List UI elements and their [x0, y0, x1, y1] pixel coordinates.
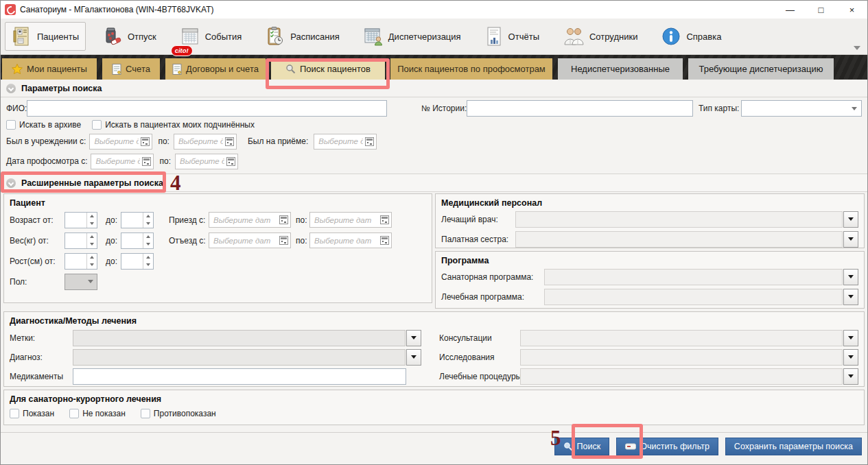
- toolbar-help[interactable]: Справка: [654, 22, 728, 51]
- doctor-dropdown-button[interactable]: [843, 211, 858, 228]
- height-to-label: до:: [106, 257, 121, 266]
- sanatorium-program-field[interactable]: [544, 269, 843, 285]
- weight-to-spinner[interactable]: [121, 232, 154, 249]
- not-indicated-checkbox[interactable]: [69, 409, 79, 418]
- reception-label: Был на приёме:: [248, 136, 308, 146]
- spinner-down-button[interactable]: [87, 220, 97, 228]
- advanced-params-title: Расширенные параметры поиска: [21, 178, 163, 188]
- toolbar-schedules[interactable]: Расписания: [258, 22, 346, 51]
- search-button[interactable]: Поиск: [554, 438, 610, 455]
- toolbar-staff[interactable]: Сотрудники: [556, 22, 644, 51]
- weight-from-spinner[interactable]: [64, 232, 97, 249]
- close-button[interactable]: ×: [836, 1, 867, 19]
- gender-label: Пол:: [10, 277, 64, 287]
- contraindicated-checkbox[interactable]: [141, 409, 150, 418]
- arrival-to-date[interactable]: Выберите дат: [309, 212, 392, 228]
- medications-input[interactable]: [73, 368, 406, 385]
- minimize-button[interactable]: —: [775, 1, 806, 19]
- chevron-down-icon: [852, 107, 857, 110]
- spinner-down-button[interactable]: [87, 241, 97, 248]
- procedures-field[interactable]: [520, 368, 843, 385]
- diagnosis-dropdown-button[interactable]: [406, 349, 421, 366]
- nurse-dropdown-button[interactable]: [843, 231, 858, 248]
- chevron-down-icon: [411, 355, 417, 359]
- consultations-field[interactable]: [520, 330, 843, 346]
- research-field[interactable]: [520, 349, 843, 366]
- toolbar-vacation[interactable]: Отпуск: [95, 22, 163, 51]
- clipboard-clock-icon: [265, 26, 285, 47]
- collapse-icon[interactable]: [6, 178, 16, 188]
- profexam-to-label: по:: [159, 156, 171, 166]
- sanatorium-program-label: Санаторная программа:: [441, 272, 544, 282]
- sanatorium-program-dropdown-button[interactable]: [843, 269, 858, 285]
- save-search-params-button[interactable]: Сохранить параметры поиска: [725, 438, 862, 455]
- maximize-button[interactable]: □: [806, 1, 836, 19]
- gender-select[interactable]: [64, 274, 97, 290]
- age-to-spinner[interactable]: [121, 212, 154, 228]
- height-to-spinner[interactable]: [121, 253, 154, 270]
- pills-icon: [102, 26, 123, 47]
- tab-undispatched[interactable]: Недиспетчеризованные: [558, 58, 683, 80]
- fio-input[interactable]: [27, 100, 387, 117]
- tab-contracts-invoices[interactable]: Договоры и счета: [165, 58, 266, 80]
- doctor-field[interactable]: [515, 211, 843, 228]
- age-from-spinner[interactable]: [64, 212, 97, 228]
- spinner-down-button[interactable]: [87, 261, 97, 269]
- spinner-up-button[interactable]: [143, 254, 153, 261]
- diagnosis-field[interactable]: [73, 349, 406, 366]
- tab-my-patients[interactable]: Мои пациенты: [2, 58, 97, 80]
- history-input[interactable]: [467, 100, 693, 117]
- tab-profexam-search[interactable]: Поиск пациентов по профосмотрам: [390, 58, 552, 80]
- departure-to-date[interactable]: Выберите дат: [309, 232, 392, 248]
- spinner-down-button[interactable]: [143, 261, 153, 269]
- spinner-up-button[interactable]: [87, 213, 97, 220]
- card-type-select[interactable]: [741, 100, 862, 117]
- toolbar-events[interactable]: cito! События: [173, 22, 249, 51]
- height-from-spinner[interactable]: [64, 253, 97, 270]
- clear-filter-button[interactable]: Очистить фильтр: [616, 438, 718, 455]
- research-dropdown-button[interactable]: [843, 349, 858, 366]
- toolbar-patients[interactable]: Пациенты: [5, 22, 86, 51]
- facility-from-date[interactable]: Выберите дат: [89, 134, 152, 150]
- collapse-icon[interactable]: [6, 84, 16, 93]
- spinner-up-button[interactable]: [143, 233, 153, 241]
- tab-label: Поиск пациентов: [300, 64, 371, 74]
- spinner-up-button[interactable]: [87, 254, 97, 261]
- facility-to-date[interactable]: Выберите дат: [174, 134, 237, 150]
- archive-checkbox[interactable]: [6, 120, 16, 130]
- treatment-program-dropdown-button[interactable]: [843, 289, 858, 305]
- profexam-from-date[interactable]: Выберите дат: [91, 154, 154, 169]
- spinner-down-button[interactable]: [143, 241, 153, 248]
- tab-invoices[interactable]: Счета: [102, 58, 160, 80]
- nurse-field[interactable]: [515, 231, 843, 248]
- calendar-icon: [279, 215, 288, 224]
- arrival-from-date[interactable]: Выберите дат: [209, 212, 291, 228]
- spinner-up-button[interactable]: [143, 213, 153, 220]
- patient-group-title: Пациент: [10, 198, 426, 208]
- subordinates-checkbox-label: Искать в пациентах моих подчинённых: [105, 120, 255, 130]
- toolbar-patients-label: Пациенты: [37, 32, 79, 42]
- chevron-down-icon: [848, 336, 854, 339]
- toolbar-overflow-arrow-icon[interactable]: [854, 46, 860, 50]
- procedures-dropdown-button[interactable]: [843, 368, 858, 385]
- indicated-checkbox[interactable]: [10, 409, 19, 418]
- window-title: Санаториум - МГалактионова (WIN-4B7T68JV…: [20, 5, 213, 14]
- toolbar-reports[interactable]: Отчёты: [478, 22, 546, 51]
- spinner-down-button[interactable]: [143, 220, 153, 228]
- departure-from-date[interactable]: Выберите дат: [209, 232, 291, 248]
- app-window: Санаториум - МГалактионова (WIN-4B7T68JV…: [0, 0, 868, 465]
- spinner-up-button[interactable]: [87, 233, 97, 241]
- profexam-to-date[interactable]: Выберите дат: [175, 154, 238, 169]
- contraindicated-checkbox-label: Противопоказан: [154, 409, 216, 418]
- info-icon: [661, 26, 681, 47]
- tab-patient-search[interactable]: Поиск пациентов: [271, 58, 385, 80]
- tags-dropdown-button[interactable]: [406, 330, 421, 346]
- treatment-program-field[interactable]: [544, 289, 843, 305]
- tab-requiring-dispatch[interactable]: Требующие диспетчеризацию: [688, 58, 834, 80]
- staff-icon: [563, 26, 585, 47]
- tags-field[interactable]: [73, 330, 406, 346]
- subordinates-checkbox[interactable]: [92, 120, 102, 130]
- toolbar-dispatch[interactable]: Диспетчеризация: [356, 22, 468, 51]
- consultations-dropdown-button[interactable]: [843, 330, 858, 346]
- reception-date[interactable]: Выберите дат: [314, 134, 377, 150]
